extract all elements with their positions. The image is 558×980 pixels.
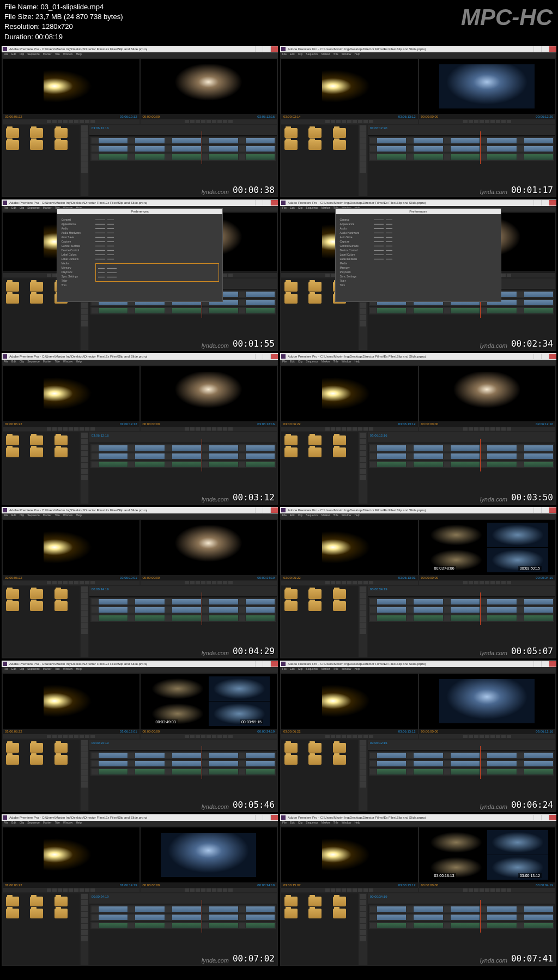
timeline-clip[interactable] xyxy=(451,453,480,459)
transport-button[interactable] xyxy=(58,735,62,738)
timeline-clip[interactable] xyxy=(246,138,275,143)
tool-button[interactable] xyxy=(360,125,366,131)
tool-button[interactable] xyxy=(81,622,88,628)
audio-track[interactable] xyxy=(369,461,554,468)
timeline-clip[interactable] xyxy=(246,300,275,305)
timecode-right[interactable]: 03:06:13:12 xyxy=(398,115,416,118)
folder-icon[interactable] xyxy=(284,909,298,918)
transport-button[interactable] xyxy=(212,120,216,123)
prefs-row[interactable]: ━━━━━━━━━━ xyxy=(374,222,497,226)
timeline-clip[interactable] xyxy=(451,445,480,451)
menu-item[interactable]: Window xyxy=(63,513,73,519)
tool-button[interactable] xyxy=(81,137,88,143)
menu-item[interactable]: Help xyxy=(354,513,360,519)
tool-button[interactable] xyxy=(81,463,88,468)
playhead[interactable] xyxy=(480,592,481,625)
menu-item[interactable]: Help xyxy=(76,667,81,673)
prefs-row[interactable]: ━━━━━━━━━━ xyxy=(98,275,216,279)
menu-item[interactable]: Marker xyxy=(43,206,52,211)
folder-icon[interactable] xyxy=(30,435,43,445)
timeline-clip[interactable] xyxy=(524,308,553,313)
timecode-right[interactable]: 03:06:12:16 xyxy=(257,115,275,118)
prefs-category[interactable]: Capture xyxy=(60,239,92,244)
folder-icon[interactable] xyxy=(30,294,43,304)
timeline-clip[interactable] xyxy=(414,607,442,613)
prefs-category[interactable]: Audio Hardware xyxy=(339,231,371,235)
menu-item[interactable]: File xyxy=(282,52,287,58)
menu-item[interactable]: Sequence xyxy=(27,360,40,365)
transport-button[interactable] xyxy=(336,888,341,892)
timeline-clip[interactable] xyxy=(524,915,553,920)
tool-button[interactable] xyxy=(81,143,88,149)
transport-button[interactable] xyxy=(474,427,478,431)
transport-button[interactable] xyxy=(228,888,233,892)
transport-button[interactable] xyxy=(336,735,341,738)
transport-button[interactable] xyxy=(480,735,484,738)
transport-button[interactable] xyxy=(363,427,368,431)
transport-button[interactable] xyxy=(85,735,89,738)
transport-button[interactable] xyxy=(190,735,195,738)
transport-button[interactable] xyxy=(185,427,189,431)
folder-icon[interactable] xyxy=(30,140,43,150)
folder-icon[interactable] xyxy=(333,897,346,906)
timeline-timecode[interactable]: 00:00:34:19 xyxy=(92,895,109,898)
folder-icon[interactable] xyxy=(6,755,19,765)
timecode-right[interactable]: 03:06:13:12 xyxy=(398,730,416,733)
transport-button[interactable] xyxy=(85,120,89,123)
menu-item[interactable]: Edit xyxy=(290,52,295,58)
timeline-ruler[interactable] xyxy=(368,592,555,597)
video-track[interactable] xyxy=(369,444,554,452)
prefs-row[interactable]: ━━━━━━━━━━ xyxy=(98,266,216,270)
transport-button[interactable] xyxy=(469,888,473,892)
minimize-button[interactable] xyxy=(533,815,541,820)
timecode-left[interactable]: 00:00:00:00 xyxy=(143,115,160,118)
transport-button[interactable] xyxy=(185,735,189,738)
menu-item[interactable]: Title xyxy=(54,821,59,826)
transport-button[interactable] xyxy=(212,888,216,892)
folder-icon[interactable] xyxy=(30,282,43,292)
timeline-clip[interactable] xyxy=(377,445,406,451)
transport-button[interactable] xyxy=(207,120,211,123)
folder-icon[interactable] xyxy=(284,897,298,906)
folder-icon[interactable] xyxy=(333,743,346,753)
menu-item[interactable]: File xyxy=(282,513,287,519)
timeline-clip[interactable] xyxy=(209,615,238,621)
prefs-category[interactable]: Control Surface xyxy=(339,244,371,248)
transport-button[interactable] xyxy=(485,120,489,123)
timeline-clip[interactable] xyxy=(246,292,275,297)
timecode-right[interactable]: 03:06:12:16 xyxy=(536,422,553,426)
menu-item[interactable]: Marker xyxy=(43,52,52,58)
timeline-clip[interactable] xyxy=(135,607,164,613)
prefs-category[interactable]: General xyxy=(339,217,371,222)
project-panel[interactable] xyxy=(3,740,80,811)
timecode-left[interactable]: 03:00:06:22 xyxy=(5,115,22,118)
transport-button[interactable] xyxy=(336,581,341,584)
transport-button[interactable] xyxy=(207,427,211,431)
tool-button[interactable] xyxy=(81,616,88,622)
tool-button[interactable] xyxy=(81,303,88,308)
transport-button[interactable] xyxy=(52,735,57,738)
menu-item[interactable]: Title xyxy=(333,513,338,519)
timeline-clip[interactable] xyxy=(209,308,238,313)
transport-button[interactable] xyxy=(485,581,489,584)
timeline-clip[interactable] xyxy=(377,769,406,775)
transport-button[interactable] xyxy=(228,735,233,738)
transport-button[interactable] xyxy=(223,888,227,892)
timeline-timecode[interactable]: 03:06:12:16 xyxy=(92,434,109,437)
maximize-button[interactable] xyxy=(541,46,549,52)
timeline-clip[interactable] xyxy=(209,445,238,451)
tool-button[interactable] xyxy=(81,924,88,929)
menu-item[interactable]: Window xyxy=(342,667,351,673)
timeline-timecode[interactable]: 03:06:12:16 xyxy=(92,126,109,130)
video-track[interactable] xyxy=(90,606,276,614)
monitor-viewport[interactable] xyxy=(281,674,418,729)
transport-button[interactable] xyxy=(490,735,495,738)
transport-button[interactable] xyxy=(331,274,335,277)
tool-button[interactable] xyxy=(360,906,366,911)
tool-button[interactable] xyxy=(81,770,88,776)
timeline-clip[interactable] xyxy=(246,154,275,160)
video-track[interactable] xyxy=(90,760,276,767)
folder-icon[interactable] xyxy=(54,755,68,765)
prefs-category[interactable]: Trim xyxy=(339,283,371,287)
menu-item[interactable]: Title xyxy=(54,667,59,673)
